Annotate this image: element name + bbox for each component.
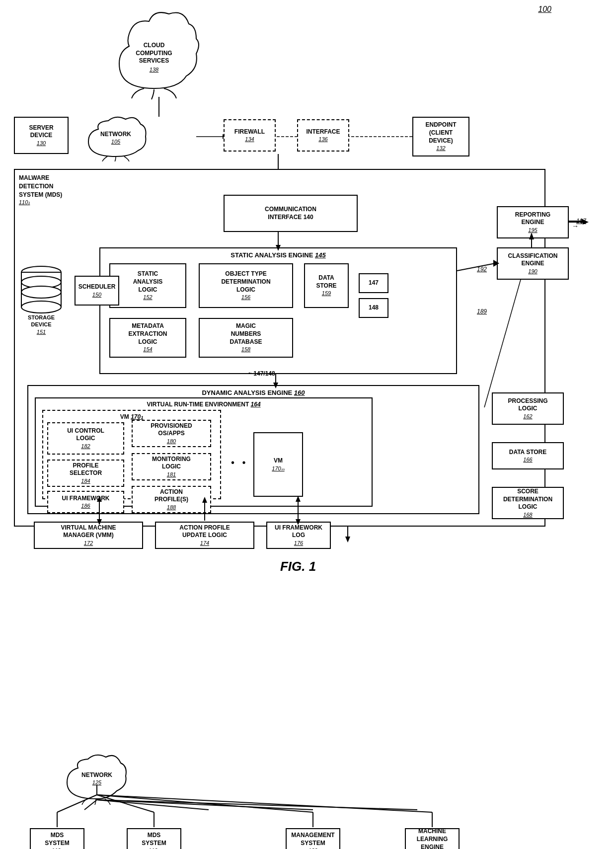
ref-197: 197 — [576, 218, 586, 225]
mds-system-3: MDS SYSTEM 110₃ — [127, 828, 181, 849]
static-analysis-logic: STATIC ANALYSIS LOGIC 152 — [109, 263, 186, 308]
provisioned-os: PROVISIONED OS/APPS 180 — [132, 420, 211, 447]
data-store-166: DATA STORE 166 — [492, 442, 564, 469]
management-system: MANAGEMENT SYSTEM 120 — [286, 828, 340, 849]
cloud-computing: CLOUD COMPUTING SERVICES 138 — [104, 4, 204, 101]
object-type-determination: OBJECT TYPE DETERMINATION LOGIC 156 — [199, 263, 293, 308]
interface-136: INTERFACE 136 — [297, 119, 349, 152]
ref-189: 189 — [477, 308, 487, 315]
svg-point-40 — [21, 286, 61, 298]
storage-device: STORAGE DEVICE 151 — [19, 263, 64, 318]
network-125-label: NETWORK 125 — [81, 772, 112, 786]
svg-marker-26 — [345, 537, 350, 542]
endpoint: ENDPOINT (CLIENT DEVICE) 132 — [412, 117, 469, 156]
profile-selector: PROFILE SELECTOR 184 — [47, 460, 124, 487]
ref-100: 100 — [538, 5, 551, 14]
network-105-label: NETWORK 105 — [100, 131, 131, 146]
box-147: 147 — [359, 273, 388, 293]
mds-system-2: MDS SYSTEM 110₂ — [30, 828, 84, 849]
ui-framework-log: UI FRAMEWORK LOG 176 — [266, 522, 331, 549]
mds-label: MALWARE DETECTION SYSTEM (MDS) 110₁ — [19, 174, 62, 207]
vm-170m: VM 170ₘ — [253, 432, 303, 497]
machine-learning-engine: MACHINE LEARNING ENGINE 122 — [405, 828, 460, 849]
reporting-engine: REPORTING ENGINE 195 — [497, 206, 569, 238]
svg-point-38 — [21, 301, 61, 313]
diagram: 100 CLOUD COMPUTING SERVICES 138 SERVER … — [0, 0, 616, 849]
metadata-extraction: METADATA EXTRACTION LOGIC 154 — [109, 318, 186, 358]
virtual-runtime-label: VIRTUAL RUN-TIME ENVIRONMENT 164 — [147, 401, 260, 409]
virtual-machine-manager: VIRTUAL MACHINE MANAGER (VMM) 172 — [34, 522, 143, 549]
ui-control-logic: UI CONTROL LOGIC 182 — [47, 422, 124, 455]
processing-logic: PROCESSING LOGIC 162 — [492, 392, 564, 425]
network-125: NETWORK 125 — [57, 750, 137, 805]
firewall: FIREWALL 134 — [224, 119, 276, 152]
dynamic-analysis-label: DYNAMIC ANALYSIS ENGINE 160 — [202, 389, 305, 397]
classification-engine: CLASSIFICATION ENGINE 190 — [497, 247, 569, 280]
box-148: 148 — [359, 298, 388, 318]
ref-192: 192 — [477, 266, 487, 273]
scheduler: SCHEDULER 150 — [75, 276, 119, 306]
score-determination: SCORE DETERMINATION LOGIC 168 — [492, 487, 564, 519]
magic-numbers-database: MAGIC NUMBERS DATABASE 158 — [199, 318, 293, 358]
communication-interface: COMMUNICATION INTERFACE 140 — [224, 195, 358, 232]
svg-line-31 — [97, 800, 417, 810]
cloud-computing-label: CLOUD COMPUTING SERVICES 138 — [136, 42, 172, 73]
server-device: SERVER DEVICE 130 — [14, 117, 69, 154]
ref-147-148: ~ 147/148 — [248, 370, 275, 377]
action-profiles: ACTION PROFILE(S) 188 — [132, 486, 211, 513]
fig-title: FIG. 1 — [199, 559, 397, 574]
action-profile-update: ACTION PROFILE UPDATE LOGIC 174 — [155, 522, 254, 549]
svg-line-65 — [97, 795, 432, 812]
data-store-159: DATA STORE 159 — [304, 263, 349, 308]
network-105: NETWORK 105 — [78, 112, 153, 161]
ui-framework-186: UI FRAMEWORK 186 — [47, 491, 124, 513]
monitoring-logic: MONITORING LOGIC 181 — [132, 453, 211, 480]
static-analysis-label: STATIC ANALYSIS ENGINE 145 — [231, 251, 325, 260]
